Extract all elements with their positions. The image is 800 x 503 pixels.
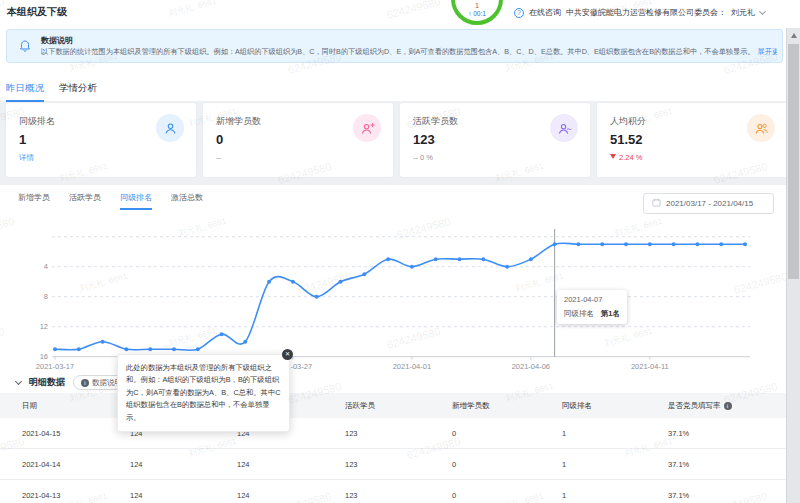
table-row: 2021-04-131241241230137.1% — [0, 480, 786, 503]
tooltip-series-label: 同级排名 — [564, 309, 594, 319]
svg-text:2021-04-06: 2021-04-06 — [512, 362, 550, 371]
online-consult-link[interactable]: 在线咨询 — [529, 7, 561, 18]
notice-body-text: 以下数据的统计范围为本组织及管理的所有下级组织。例如：A组织的下级组织为B、C，… — [41, 47, 755, 56]
people-icon — [747, 114, 775, 142]
table-cell: 37.1% — [668, 491, 689, 500]
help-icon[interactable]: ? — [514, 8, 524, 18]
table-cell: 0 — [452, 460, 456, 469]
table-cell: 1 — [562, 491, 566, 500]
col-header: 是否党员填写率i — [668, 401, 732, 411]
svg-text:2021-04-11: 2021-04-11 — [631, 362, 669, 371]
card-label: 人均积分 — [610, 115, 646, 128]
chart-tab-激活总数[interactable]: 激活总数 — [171, 192, 203, 210]
expand-more-link[interactable]: 展开更多 — [758, 47, 777, 56]
table-cell: 123 — [345, 429, 358, 438]
triangle-down-icon — [610, 154, 616, 159]
svg-text:4: 4 — [44, 262, 48, 271]
table-cell: 123 — [345, 491, 358, 500]
arrow-up-icon — [791, 33, 797, 38]
table-cell: 37.1% — [668, 460, 689, 469]
col-header: 新增学员数 — [452, 401, 490, 411]
collapse-chevron-icon[interactable] — [15, 377, 22, 384]
info-icon[interactable]: i — [724, 402, 732, 410]
calendar-icon — [652, 198, 661, 209]
tab-昨日概况[interactable]: 昨日概况 — [6, 82, 44, 102]
table-cell: 37.1% — [668, 429, 689, 438]
org-name: 中共安徽皖能电力运营检修有限公司委员会： — [566, 7, 726, 18]
card-label: 新增学员数 — [216, 115, 261, 128]
chart-tab-新增学员[interactable]: 新增学员 — [18, 192, 50, 210]
stat-card-新增学员数: 新增学员数0-- — [203, 103, 393, 177]
svg-text:16: 16 — [40, 352, 48, 361]
chart-tooltip: 2021-04-07 同级排名 第1名 — [557, 290, 627, 324]
bell-icon — [19, 39, 31, 53]
person-icon — [156, 114, 184, 142]
data-note-text: 此处的数据为本组织及管理的所有下级组织之和。例如：A组织的下级组织为B，B的下级… — [126, 363, 280, 422]
tooltip-value: 第1名 — [601, 309, 620, 319]
person-plus-icon — [353, 114, 381, 142]
chart-tabs: 新增学员活跃学员同级排名激活总数 — [18, 192, 203, 210]
detail-section-title: 明细数据 — [29, 376, 65, 389]
card-value: 123 — [413, 132, 435, 147]
badge-text-1: 1 — [455, 2, 499, 10]
scrollbar[interactable] — [786, 28, 800, 503]
card-label: 同级排名 — [19, 115, 55, 128]
user-name[interactable]: 刘元礼 — [731, 7, 755, 18]
card-sub: -- 0 % — [413, 153, 433, 162]
card-detail-link[interactable]: 详情 — [19, 153, 34, 163]
main-tabs: 昨日概况学情分析 — [6, 82, 97, 102]
col-header: 同级排名 — [562, 401, 592, 411]
date-range-picker[interactable]: 2021/03/17 - 2021/04/15 — [643, 193, 774, 214]
page-title: 本组织及下级 — [7, 5, 67, 19]
card-label: 活跃学员数 — [413, 115, 458, 128]
table-cell: 0 — [452, 491, 456, 500]
table-cell: 2021-04-15 — [22, 429, 60, 438]
svg-text:2021-04-01: 2021-04-01 — [393, 362, 431, 371]
scrollbar-thumb[interactable] — [788, 44, 799, 279]
top-section: 本组织及下级 ? 在线咨询 中共安徽皖能电力运营检修有限公司委员会： 刘元礼 数… — [0, 0, 800, 101]
card-sub: -- — [216, 153, 221, 162]
table-cell: 124 — [237, 491, 250, 500]
notice-title: 数据说明 — [41, 35, 73, 46]
header-user-area: ? 在线咨询 中共安徽皖能电力运营检修有限公司委员会： 刘元礼 — [514, 7, 765, 18]
table-cell: 1 — [562, 429, 566, 438]
table-cell: 124 — [130, 491, 143, 500]
data-note-tooltip: 此处的数据为本组织及管理的所有下级组织之和。例如：A组织的下级组织为B，B的下级… — [117, 354, 290, 432]
table-cell: 2021-04-14 — [22, 460, 60, 469]
stat-card-同级排名: 同级排名1详情 — [6, 103, 196, 177]
table-cell: 2021-04-13 — [22, 491, 60, 500]
chart-tab-同级排名[interactable]: 同级排名 — [120, 192, 152, 210]
chevron-down-icon[interactable] — [759, 7, 766, 14]
detail-section-header: 明细数据 i数据说明 — [16, 375, 130, 390]
notice-banner: 数据说明 以下数据的统计范围为本组织及管理的所有下级组织。例如：A组织的下级组织… — [6, 29, 783, 63]
table-cell: 0 — [452, 429, 456, 438]
scroll-up-button[interactable] — [787, 28, 800, 43]
badge-text-2: ↑ 00:1 — [455, 10, 499, 18]
table-cell: 1 — [562, 460, 566, 469]
card-value: 1 — [19, 132, 26, 147]
table-cell: 123 — [345, 460, 358, 469]
person-wave-icon — [550, 114, 578, 142]
card-value: 51.52 — [610, 132, 643, 147]
card-value: 0 — [216, 132, 223, 147]
close-icon[interactable]: ✕ — [282, 349, 293, 360]
tooltip-date: 2021-04-07 — [564, 295, 620, 304]
date-range-value: 2021/03/17 - 2021/04/15 — [666, 199, 753, 208]
info-icon: i — [81, 379, 89, 387]
notice-body: 以下数据的统计范围为本组织及管理的所有下级组织。例如：A组织的下级组织为B、C，… — [41, 47, 777, 57]
col-header: 活跃学员 — [345, 401, 375, 411]
table-cell: 124 — [237, 460, 250, 469]
dashboard-page: 本组织及下级 ? 在线咨询 中共安徽皖能电力运营检修有限公司委员会： 刘元礼 数… — [0, 0, 800, 503]
col-header: 日期 — [22, 401, 37, 411]
svg-text:8: 8 — [44, 292, 48, 301]
tab-学情分析[interactable]: 学情分析 — [59, 82, 97, 102]
card-trend: 2.24 % — [610, 153, 642, 162]
svg-text:2021-03-17: 2021-03-17 — [36, 362, 74, 371]
stat-card-活跃学员数: 活跃学员数123-- 0 % — [400, 103, 590, 177]
svg-text:12: 12 — [40, 322, 48, 331]
chart-tab-活跃学员[interactable]: 活跃学员 — [69, 192, 101, 210]
table-row: 2021-04-141241241230137.1% — [0, 449, 786, 480]
stat-card-人均积分: 人均积分51.522.24 % — [597, 103, 787, 177]
table-cell: 124 — [130, 460, 143, 469]
